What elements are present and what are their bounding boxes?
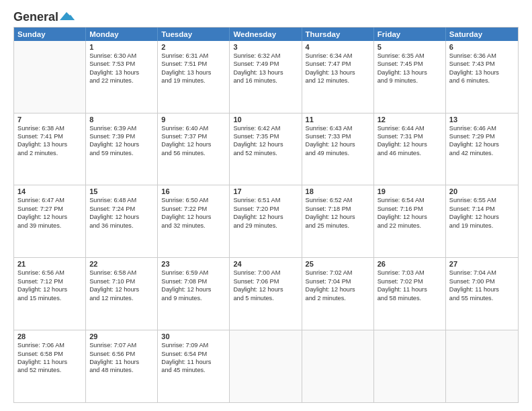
cell-info-line: Daylight: 12 hours (161, 213, 226, 221)
cell-info-line: and 19 minutes. (161, 77, 226, 85)
cell-info-line: and 19 minutes. (449, 222, 515, 230)
day-number: 23 (161, 260, 226, 268)
day-number: 29 (89, 332, 154, 340)
day-number: 17 (233, 187, 298, 195)
cell-info-line: Sunrise: 6:35 AM (378, 52, 442, 60)
calendar-cell: 20Sunrise: 6:55 AMSunset: 7:14 PMDayligh… (446, 185, 518, 257)
header: General (13, 11, 519, 21)
calendar-cell: 26Sunrise: 7:03 AMSunset: 7:02 PMDayligh… (374, 258, 446, 330)
logo: General (13, 11, 75, 21)
cell-info-line: Daylight: 12 hours (233, 285, 298, 293)
calendar-cell: 9Sunrise: 6:40 AMSunset: 7:37 PMDaylight… (158, 113, 230, 185)
cell-info-line: Sunrise: 7:03 AM (378, 269, 442, 277)
day-number: 25 (306, 260, 370, 268)
day-number: 24 (233, 260, 298, 268)
day-number: 2 (161, 43, 226, 51)
calendar-cell: 2Sunrise: 6:31 AMSunset: 7:51 PMDaylight… (158, 41, 230, 113)
cell-info-line: Sunset: 7:39 PM (89, 132, 154, 140)
day-number: 15 (89, 187, 154, 195)
calendar-cell: 5Sunrise: 6:35 AMSunset: 7:45 PMDaylight… (374, 41, 446, 113)
cell-info-line: and 42 minutes. (449, 149, 515, 157)
cell-info-line: Sunset: 7:20 PM (233, 205, 298, 213)
cell-info-line: and 2 minutes. (17, 149, 82, 157)
cell-info-line: Daylight: 12 hours (17, 213, 82, 221)
cell-info-line: Sunset: 7:18 PM (306, 205, 370, 213)
cell-info-line: Daylight: 11 hours (161, 358, 226, 366)
cell-info-line: and 16 minutes. (233, 77, 298, 85)
day-number: 7 (17, 116, 82, 124)
calendar-cell (374, 330, 446, 402)
cell-info-line: and 9 minutes. (161, 294, 226, 302)
calendar-cell: 3Sunrise: 6:32 AMSunset: 7:49 PMDaylight… (230, 41, 302, 113)
cell-info-line: Sunset: 7:43 PM (449, 60, 515, 68)
cell-info-line: Daylight: 13 hours (17, 140, 82, 148)
cell-info-line: Sunrise: 6:39 AM (89, 124, 154, 132)
day-number: 22 (89, 260, 154, 268)
calendar-cell: 13Sunrise: 6:46 AMSunset: 7:29 PMDayligh… (446, 113, 518, 185)
cell-info-line: Sunset: 7:31 PM (378, 132, 442, 140)
cell-info-line: and 58 minutes. (378, 294, 442, 302)
cell-info-line: Sunrise: 6:46 AM (449, 124, 515, 132)
calendar-row-3: 21Sunrise: 6:56 AMSunset: 7:12 PMDayligh… (14, 258, 518, 330)
calendar-cell (302, 330, 374, 402)
day-number: 16 (161, 187, 226, 195)
calendar-cell: 21Sunrise: 6:56 AMSunset: 7:12 PMDayligh… (14, 258, 86, 330)
cell-info-line: Sunrise: 7:02 AM (306, 269, 370, 277)
cell-info-line: Daylight: 13 hours (161, 68, 226, 77)
calendar-header-wednesday: Wednesday (230, 28, 302, 41)
cell-info-line: Sunset: 7:51 PM (161, 60, 226, 68)
day-number: 19 (378, 187, 442, 195)
cell-info-line: Daylight: 11 hours (89, 358, 154, 366)
day-number: 27 (449, 260, 515, 268)
day-number: 21 (17, 260, 82, 268)
day-number: 6 (449, 43, 515, 51)
cell-info-line: Sunrise: 6:51 AM (233, 196, 298, 204)
calendar-cell: 17Sunrise: 6:51 AMSunset: 7:20 PMDayligh… (230, 185, 302, 257)
cell-info-line: Daylight: 12 hours (306, 140, 370, 148)
cell-info-line: Sunset: 7:16 PM (378, 205, 442, 213)
cell-info-line: and 46 minutes. (378, 149, 442, 157)
calendar-cell: 8Sunrise: 6:39 AMSunset: 7:39 PMDaylight… (86, 113, 158, 185)
calendar-cell: 10Sunrise: 6:42 AMSunset: 7:35 PMDayligh… (230, 113, 302, 185)
cell-info-line: Daylight: 12 hours (449, 213, 515, 221)
calendar-cell: 18Sunrise: 6:52 AMSunset: 7:18 PMDayligh… (302, 185, 374, 257)
cell-info-line: and 5 minutes. (233, 294, 298, 302)
cell-info-line: Sunrise: 6:34 AM (306, 52, 370, 60)
calendar-cell: 7Sunrise: 6:38 AMSunset: 7:41 PMDaylight… (14, 113, 86, 185)
cell-info-line: and 56 minutes. (161, 149, 226, 157)
cell-info-line: Sunset: 7:41 PM (17, 132, 82, 140)
cell-info-line: and 12 minutes. (306, 77, 370, 85)
cell-info-line: Sunrise: 7:00 AM (233, 269, 298, 277)
calendar-cell: 23Sunrise: 6:59 AMSunset: 7:08 PMDayligh… (158, 258, 230, 330)
calendar-cell: 22Sunrise: 6:58 AMSunset: 7:10 PMDayligh… (86, 258, 158, 330)
calendar-cell: 12Sunrise: 6:44 AMSunset: 7:31 PMDayligh… (374, 113, 446, 185)
cell-info-line: Daylight: 12 hours (17, 285, 82, 293)
cell-info-line: Sunset: 7:27 PM (17, 205, 82, 213)
cell-info-line: and 45 minutes. (161, 366, 226, 374)
cell-info-line: Sunset: 7:22 PM (161, 205, 226, 213)
cell-info-line: Sunset: 6:54 PM (161, 350, 226, 358)
calendar-header-thursday: Thursday (302, 28, 374, 41)
day-number: 11 (306, 116, 370, 124)
calendar-cell: 24Sunrise: 7:00 AMSunset: 7:06 PMDayligh… (230, 258, 302, 330)
cell-info-line: and 52 minutes. (233, 149, 298, 157)
calendar-header-friday: Friday (374, 28, 446, 41)
day-number: 5 (378, 43, 442, 51)
cell-info-line: Sunset: 7:10 PM (89, 277, 154, 285)
calendar-cell: 11Sunrise: 6:43 AMSunset: 7:33 PMDayligh… (302, 113, 374, 185)
calendar-cell: 4Sunrise: 6:34 AMSunset: 7:47 PMDaylight… (302, 41, 374, 113)
cell-info-line: and 12 minutes. (89, 294, 154, 302)
cell-info-line: Sunrise: 6:52 AM (306, 196, 370, 204)
cell-info-line: Sunrise: 7:06 AM (17, 341, 82, 349)
day-number: 30 (161, 332, 226, 340)
cell-info-line: Sunrise: 6:55 AM (449, 196, 515, 204)
calendar-cell (446, 330, 518, 402)
cell-info-line: Sunset: 7:49 PM (233, 60, 298, 68)
calendar-row-1: 7Sunrise: 6:38 AMSunset: 7:41 PMDaylight… (14, 113, 518, 186)
cell-info-line: Sunset: 7:37 PM (161, 132, 226, 140)
calendar-row-0: 1Sunrise: 6:30 AMSunset: 7:53 PMDaylight… (14, 41, 518, 113)
cell-info-line: Sunset: 6:58 PM (17, 350, 82, 358)
calendar-cell (230, 330, 302, 402)
calendar-cell: 19Sunrise: 6:54 AMSunset: 7:16 PMDayligh… (374, 185, 446, 257)
cell-info-line: and 6 minutes. (449, 77, 515, 85)
